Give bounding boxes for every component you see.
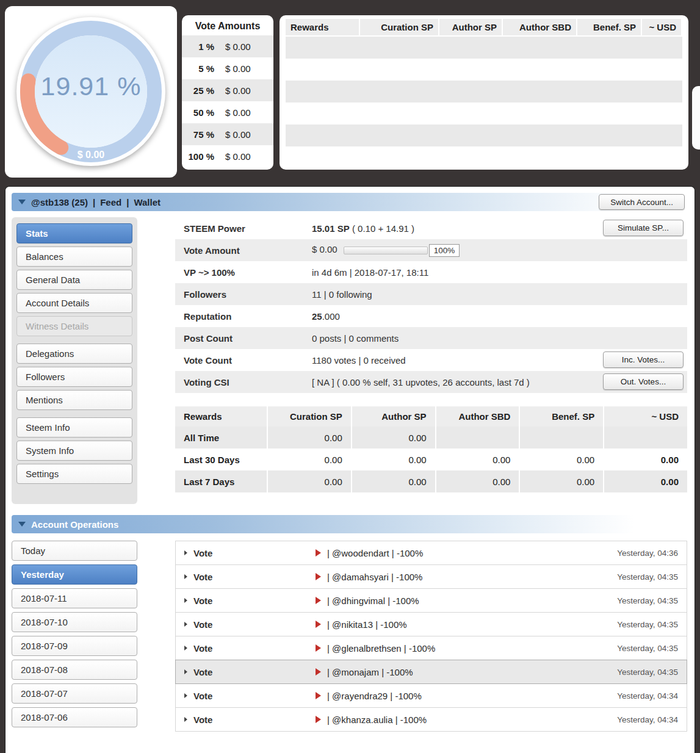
- sidebar-item[interactable]: System Info: [16, 441, 132, 461]
- stat-action-button[interactable]: Out. Votes...: [603, 373, 684, 390]
- operation-time: Yesterday, 04:34: [617, 691, 687, 701]
- stat-row: Voting CSI [ NA ] ( 0.00 % self, 31 upvo…: [175, 371, 687, 393]
- section-title: Account Operations: [31, 519, 118, 530]
- downvote-play-icon: [316, 597, 321, 604]
- rewards-cell: 0.00: [352, 470, 435, 492]
- operation-row[interactable]: Vote | @khanza.aulia | -100% Yesterday, …: [175, 707, 687, 732]
- operation-type: Vote: [193, 596, 316, 606]
- operation-detail: | @damahsyari | -100%: [327, 572, 422, 582]
- voting-power-gauge: 19.91 % $ 0.00: [16, 17, 165, 166]
- downvote-play-icon: [316, 692, 321, 699]
- operation-time: Yesterday, 04:35: [617, 644, 687, 653]
- rewards-row: All Time 0.00 0.00: [175, 427, 687, 449]
- wallet-link[interactable]: Wallet: [134, 197, 161, 207]
- stat-action-button[interactable]: Inc. Votes...: [603, 351, 684, 368]
- operations-list: Vote | @woodendart | -100% Yesterday, 04…: [175, 541, 687, 732]
- stat-row: Vote Count 1180 votes | 0 received Inc. …: [175, 349, 687, 371]
- expand-caret-icon[interactable]: [184, 646, 187, 650]
- column-header: Author SBD: [436, 406, 519, 427]
- stat-value-text: [ NA ] ( 0.00 % self, 31 upvotes, 26 acc…: [312, 377, 530, 387]
- vote-percent-label: 25 %: [182, 85, 220, 96]
- column-header: Curation SP: [268, 406, 351, 427]
- expand-caret-icon[interactable]: [184, 574, 187, 579]
- stat-label: Vote Amount: [175, 245, 312, 256]
- operation-row[interactable]: Vote | @dhingvimal | -100% Yesterday, 04…: [175, 588, 687, 613]
- rewards-summary-header: Rewards Curation SP Author SP Author SBD…: [280, 15, 688, 37]
- stat-row: Post Count 0 posts | 0 comments: [175, 327, 687, 349]
- sidebar-item[interactable]: Steem Info: [16, 417, 132, 438]
- vote-amount-row: 1 % $ 0.00: [182, 35, 273, 57]
- stat-label: Post Count: [175, 333, 312, 344]
- slider-track[interactable]: [344, 247, 428, 254]
- sidebar-item[interactable]: Stats: [16, 223, 132, 243]
- operation-time: Yesterday, 04:35: [617, 620, 687, 629]
- operation-type: Vote: [193, 643, 316, 654]
- date-filter-button[interactable]: 2018-07-11: [12, 588, 137, 608]
- operation-detail: | @dhingvimal | -100%: [327, 596, 419, 606]
- operation-row[interactable]: Vote | @rayendra29 | -100% Yesterday, 04…: [175, 683, 687, 708]
- account-header-bar: @stb138 (25) | Feed | Wallet Switch Acco…: [12, 193, 688, 211]
- stat-value: 0 posts | 0 comments: [312, 333, 687, 344]
- sidebar-item[interactable]: Settings: [16, 464, 132, 484]
- vote-amount-slider[interactable]: 100%: [344, 244, 460, 257]
- operation-row[interactable]: Vote | @nikita13 | -100% Yesterday, 04:3…: [175, 612, 687, 636]
- vote-percent-label: 1 %: [182, 41, 220, 52]
- expand-caret-icon[interactable]: [184, 717, 187, 722]
- column-header: Author SBD: [503, 19, 576, 35]
- sidebar-item[interactable]: Delegations: [16, 344, 132, 364]
- stat-row: Followers 11 | 0 following: [175, 283, 687, 305]
- rewards-cell: 0.00: [436, 449, 519, 470]
- operation-row[interactable]: Vote | @woodendart | -100% Yesterday, 04…: [175, 541, 687, 565]
- column-header: Curation SP: [360, 19, 438, 35]
- sidebar-item[interactable]: Followers: [16, 367, 132, 387]
- operation-time: Yesterday, 04:35: [617, 572, 687, 582]
- vote-amounts-list: 1 % $ 0.00 5 % $ 0.00 25 % $ 0.00 50 % $…: [182, 35, 273, 167]
- operation-type: Vote: [193, 715, 316, 725]
- collapse-icon[interactable]: [18, 522, 26, 527]
- expand-caret-icon[interactable]: [184, 622, 187, 627]
- operation-type: Vote: [193, 619, 316, 630]
- vote-value-amount: $ 0.00: [16, 150, 165, 160]
- expand-caret-icon[interactable]: [184, 669, 187, 674]
- feed-link[interactable]: Feed: [100, 197, 121, 207]
- expand-caret-icon[interactable]: [184, 550, 187, 555]
- date-filter-button[interactable]: Yesterday: [12, 564, 137, 585]
- date-filter-button[interactable]: 2018-07-07: [12, 683, 137, 704]
- vote-value-label: $ 0.00: [220, 151, 251, 162]
- rewards-cell-usd: 0.00: [604, 470, 687, 492]
- operation-detail: | @woodendart | -100%: [327, 548, 423, 558]
- operation-row[interactable]: Vote | @monajam | -100% Yesterday, 04:35: [175, 660, 687, 684]
- sidebar-item[interactable]: General Data: [16, 270, 132, 290]
- date-filter-button[interactable]: 2018-07-08: [12, 660, 137, 680]
- expand-caret-icon[interactable]: [184, 693, 187, 698]
- date-filter-button[interactable]: Today: [12, 541, 137, 561]
- stat-value-text: .000: [322, 311, 340, 322]
- operation-row[interactable]: Vote | @damahsyari | -100% Yesterday, 04…: [175, 564, 687, 589]
- rewards-cell-usd: [604, 427, 687, 449]
- vote-value-label: $ 0.00: [220, 129, 251, 140]
- vote-amount-row: 100 % $ 0.00: [182, 145, 273, 167]
- column-header: ~ USD: [604, 406, 687, 427]
- collapse-icon[interactable]: [18, 200, 26, 204]
- column-header: Rewards: [286, 19, 359, 35]
- date-filter-button[interactable]: 2018-07-09: [12, 636, 137, 656]
- stat-action-button[interactable]: Simulate SP...: [603, 220, 684, 236]
- sidebar-item[interactable]: Account Details: [16, 293, 132, 313]
- right-edge-panel: [692, 86, 700, 150]
- sidebar-item[interactable]: Balances: [16, 247, 132, 267]
- switch-account-button[interactable]: Switch Account...: [599, 194, 685, 210]
- vote-amounts-panel: Vote Amounts 1 % $ 0.00 5 % $ 0.00 25 % …: [182, 15, 273, 170]
- expand-caret-icon[interactable]: [184, 598, 187, 603]
- empty-reward-row: [286, 103, 682, 124]
- operation-row[interactable]: Vote | @glenalbrethsen | -100% Yesterday…: [175, 636, 687, 660]
- sidebar: Stats Balances General Data Account Deta…: [12, 217, 137, 504]
- rewards-row-label: Last 7 Days: [175, 470, 267, 492]
- sidebar-item[interactable]: Mentions: [16, 390, 132, 410]
- date-filter-button[interactable]: 2018-07-06: [12, 707, 137, 727]
- stats-content: STEEM Power 15.01 SP ( 0.10 + 14.91 ) Si…: [175, 217, 687, 492]
- slider-value-box[interactable]: 100%: [429, 244, 460, 257]
- column-header: Author SP: [352, 406, 435, 427]
- date-filter-button[interactable]: 2018-07-10: [12, 612, 137, 632]
- stat-label: Voting CSI: [175, 377, 312, 387]
- account-name[interactable]: @stb138 (25): [31, 197, 88, 207]
